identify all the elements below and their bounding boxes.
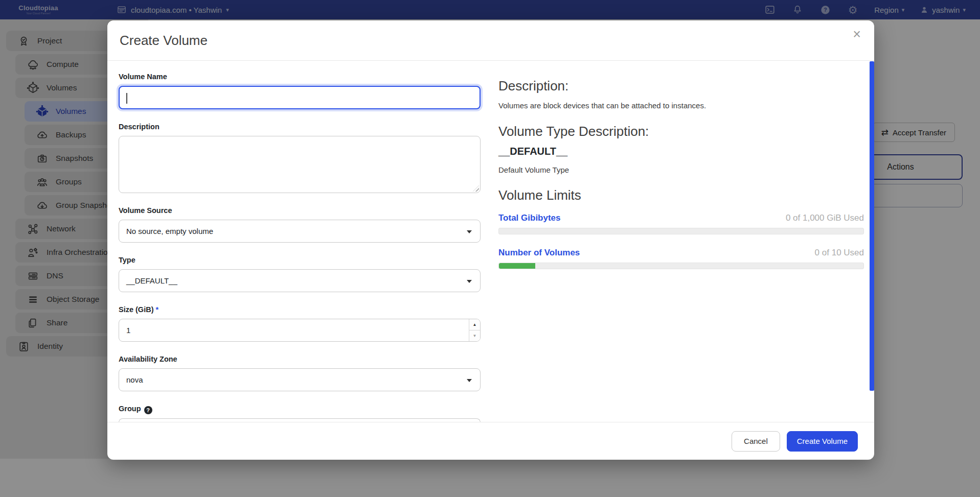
- progress-fill: [499, 263, 535, 269]
- info-description-text: Volumes are block devices that can be at…: [498, 101, 864, 110]
- volume-name-input[interactable]: [119, 86, 481, 109]
- page: Cloudtopiaa Your Cloud Partner! cloudtop…: [0, 0, 980, 497]
- limit-label: Total Gibibytes: [498, 213, 561, 223]
- limit-usage: 0 of 10 Used: [815, 248, 864, 258]
- modal-body: Volume Name Description Volume Source No…: [107, 61, 874, 422]
- volume-source-select[interactable]: No source, empty volume: [119, 220, 481, 243]
- size-input[interactable]: 1 ▲ ▼: [119, 319, 481, 342]
- modal-header: Create Volume ×: [107, 20, 874, 61]
- limit-usage: 0 of 1,000 GiB Used: [786, 213, 864, 223]
- availability-zone-value: nova: [126, 375, 143, 384]
- required-asterisk: *: [155, 305, 158, 314]
- limit-row-volumes: Number of Volumes 0 of 10 Used: [498, 248, 864, 258]
- description-textarea[interactable]: [119, 136, 481, 193]
- size-label: Size (GiB)*: [119, 304, 481, 315]
- create-volume-form: Volume Name Description Volume Source No…: [119, 61, 481, 422]
- group-label-text: Group: [119, 405, 141, 413]
- info-type-description: Default Volume Type: [498, 165, 864, 174]
- volumes-progress-bar: [498, 263, 864, 269]
- create-volume-button[interactable]: Create Volume: [787, 431, 858, 452]
- size-label-text: Size (GiB): [119, 305, 153, 314]
- info-type-name: __DEFAULT__: [498, 146, 864, 157]
- description-field-wrap: [119, 136, 481, 193]
- spinner-up-icon[interactable]: ▲: [469, 319, 480, 330]
- limit-row-gibibytes: Total Gibibytes 0 of 1,000 GiB Used: [498, 213, 864, 223]
- chevron-down-icon: [467, 280, 472, 283]
- group-select[interactable]: [119, 418, 481, 422]
- chevron-down-icon: [467, 379, 472, 382]
- group-help-icon[interactable]: ?: [144, 406, 152, 414]
- modal-scrollbar-thumb[interactable]: [870, 61, 874, 391]
- modal-footer: Cancel Create Volume: [107, 422, 874, 460]
- availability-zone-label: Availability Zone: [119, 354, 481, 364]
- limit-label: Number of Volumes: [498, 248, 580, 258]
- gibibytes-progress-bar: [498, 228, 864, 234]
- spinner-down-icon[interactable]: ▼: [469, 330, 480, 341]
- size-spinner: ▲ ▼: [469, 319, 480, 341]
- type-value: __DEFAULT__: [126, 276, 177, 285]
- group-label: Group?: [119, 404, 481, 414]
- cancel-button[interactable]: Cancel: [732, 431, 780, 452]
- availability-zone-select[interactable]: nova: [119, 368, 481, 391]
- volume-source-value: No source, empty volume: [126, 227, 213, 235]
- info-description-heading: Description:: [498, 78, 864, 94]
- volume-name-label: Volume Name: [119, 72, 481, 82]
- volume-limits-heading: Volume Limits: [498, 187, 864, 203]
- size-value: 1: [126, 326, 130, 335]
- close-icon[interactable]: ×: [853, 28, 861, 41]
- type-select[interactable]: __DEFAULT__: [119, 269, 481, 292]
- chevron-down-icon: [467, 230, 472, 233]
- modal-title: Create Volume: [120, 33, 208, 49]
- text-cursor: [126, 93, 127, 104]
- volume-source-label: Volume Source: [119, 205, 481, 216]
- info-type-heading: Volume Type Description:: [498, 124, 864, 139]
- create-volume-modal: Create Volume × Volume Name Description …: [107, 20, 874, 460]
- modal-info-panel: Description: Volumes are block devices t…: [498, 61, 864, 269]
- type-label: Type: [119, 255, 481, 265]
- description-label: Description: [119, 122, 481, 132]
